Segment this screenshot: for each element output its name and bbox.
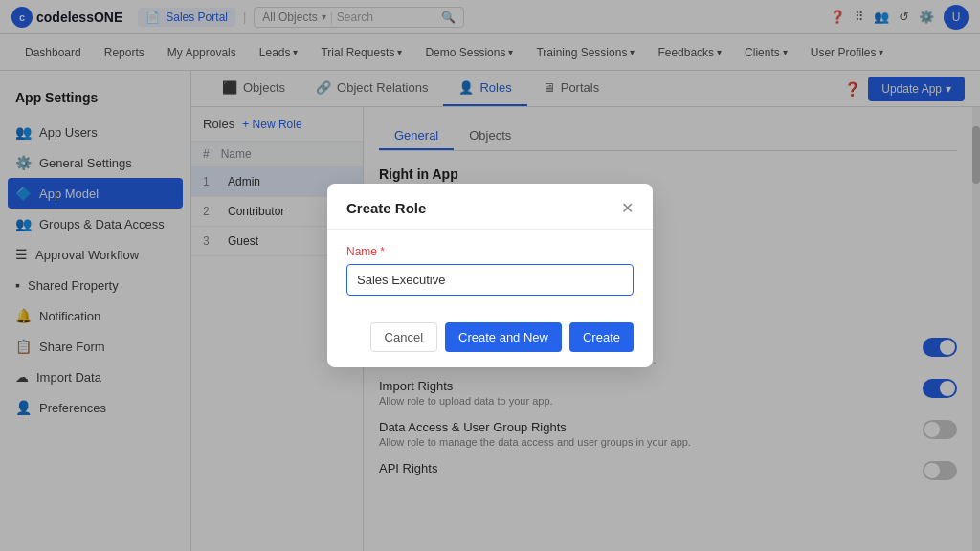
modal-overlay: Create Role ✕ Name * Cancel Create and N… — [0, 0, 980, 551]
modal-title: Create Role — [346, 200, 426, 216]
modal-name-label: Name * — [346, 245, 634, 258]
create-button[interactable]: Create — [569, 322, 634, 352]
modal-body: Name * — [327, 230, 653, 311]
modal-header: Create Role ✕ — [327, 184, 653, 230]
cancel-button[interactable]: Cancel — [370, 322, 437, 352]
required-indicator: * — [380, 245, 385, 258]
create-role-modal: Create Role ✕ Name * Cancel Create and N… — [327, 184, 653, 367]
modal-footer: Cancel Create and New Create — [327, 311, 653, 367]
modal-close-button[interactable]: ✕ — [621, 199, 634, 217]
role-name-input[interactable] — [346, 264, 634, 296]
create-and-new-button[interactable]: Create and New — [445, 322, 562, 352]
